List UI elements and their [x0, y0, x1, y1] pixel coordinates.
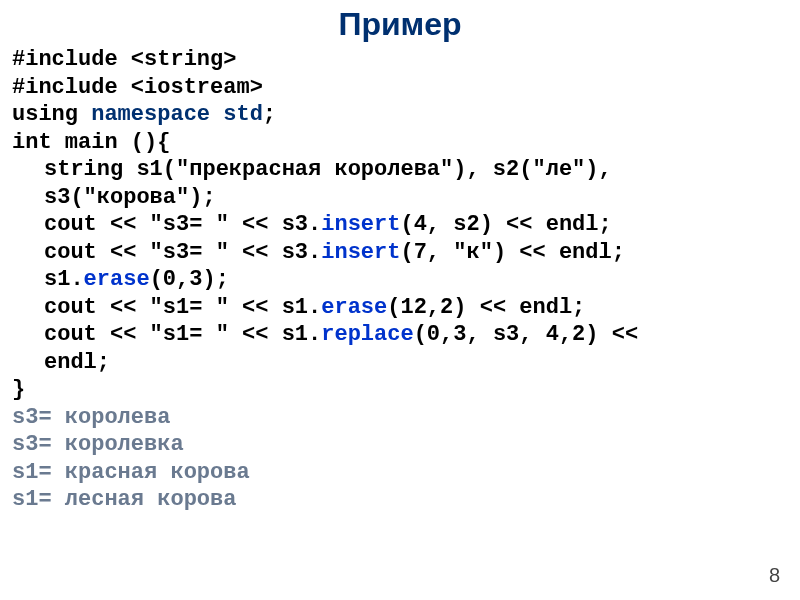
- code-block: #include <string> #include <iostream> us…: [0, 46, 800, 514]
- output-line: s3= королевка: [12, 431, 788, 459]
- method-name: replace: [321, 322, 413, 347]
- code-line: cout << "s1= " << s1.replace(0,3, s3, 4,…: [12, 321, 788, 349]
- text: std: [210, 102, 263, 127]
- code-line: endl;: [12, 349, 788, 377]
- text: cout << "s1= " << s1.: [44, 322, 321, 347]
- code-line: cout << "s3= " << s3.insert(7, "к") << e…: [12, 239, 788, 267]
- output-line: s1= лесная корова: [12, 486, 788, 514]
- text: (7, "к") << endl;: [400, 240, 624, 265]
- code-line: string s1("прекрасная королева"), s2("ле…: [12, 156, 788, 184]
- text: s1.: [44, 267, 84, 292]
- output-line: s3= королева: [12, 404, 788, 432]
- code-line: cout << "s1= " << s1.erase(12,2) << endl…: [12, 294, 788, 322]
- keyword: namespace: [91, 102, 210, 127]
- code-line: cout << "s3= " << s3.insert(4, s2) << en…: [12, 211, 788, 239]
- code-line: int main (){: [12, 129, 788, 157]
- code-line: #include <iostream>: [12, 74, 788, 102]
- text: ;: [263, 102, 276, 127]
- output-line: s1= красная корова: [12, 459, 788, 487]
- text: (0,3, s3, 4,2) <<: [414, 322, 638, 347]
- text: (4, s2) << endl;: [400, 212, 611, 237]
- method-name: insert: [321, 212, 400, 237]
- method-name: erase: [321, 295, 387, 320]
- text: cout << "s3= " << s3.: [44, 212, 321, 237]
- text: cout << "s1= " << s1.: [44, 295, 321, 320]
- text: (0,3);: [150, 267, 229, 292]
- method-name: erase: [84, 267, 150, 292]
- code-line: s1.erase(0,3);: [12, 266, 788, 294]
- code-line: s3("корова");: [12, 184, 788, 212]
- text: cout << "s3= " << s3.: [44, 240, 321, 265]
- code-line: #include <string>: [12, 46, 788, 74]
- method-name: insert: [321, 240, 400, 265]
- page-number: 8: [769, 563, 780, 588]
- slide-title: Пример: [0, 0, 800, 44]
- code-line: using namespace std;: [12, 101, 788, 129]
- text: (12,2) << endl;: [387, 295, 585, 320]
- code-line: }: [12, 376, 788, 404]
- text: using: [12, 102, 91, 127]
